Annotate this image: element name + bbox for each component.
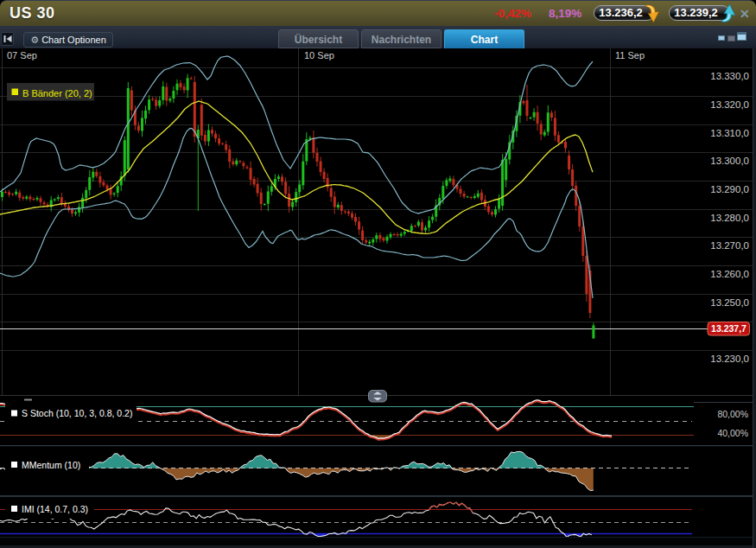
svg-text:13.237,7: 13.237,7	[711, 323, 746, 334]
svg-text:80,00%: 80,00%	[717, 409, 748, 419]
svg-text:13.230,0: 13.230,0	[710, 354, 749, 364]
svg-text:13.330,0: 13.330,0	[710, 71, 749, 81]
svg-text:13.250,0: 13.250,0	[710, 297, 749, 308]
svg-text:07 Sep: 07 Sep	[7, 50, 37, 61]
svg-text:11 Sep: 11 Sep	[615, 50, 645, 61]
svg-text:13.260,0: 13.260,0	[710, 269, 749, 279]
svg-text:B Bänder (20, 2): B Bänder (20, 2)	[22, 88, 92, 99]
svg-text:13.310,0: 13.310,0	[710, 128, 749, 138]
svg-text:10 Sep: 10 Sep	[304, 50, 334, 61]
svg-text:MMentum (10): MMentum (10)	[22, 460, 80, 470]
svg-text:13.300,0: 13.300,0	[710, 156, 749, 166]
svg-text:IMI (14, 0.7, 0.3): IMI (14, 0.7, 0.3)	[22, 504, 88, 514]
svg-text:40,00%: 40,00%	[717, 428, 748, 438]
svg-text:S Stoch (10, 10, 3, 0.8, 0.2): S Stoch (10, 10, 3, 0.8, 0.2)	[22, 408, 132, 418]
svg-text:13.270,0: 13.270,0	[710, 240, 749, 251]
svg-text:13.290,0: 13.290,0	[710, 184, 749, 194]
svg-text:13.320,0: 13.320,0	[710, 99, 749, 110]
svg-text:13.280,0: 13.280,0	[710, 213, 749, 223]
